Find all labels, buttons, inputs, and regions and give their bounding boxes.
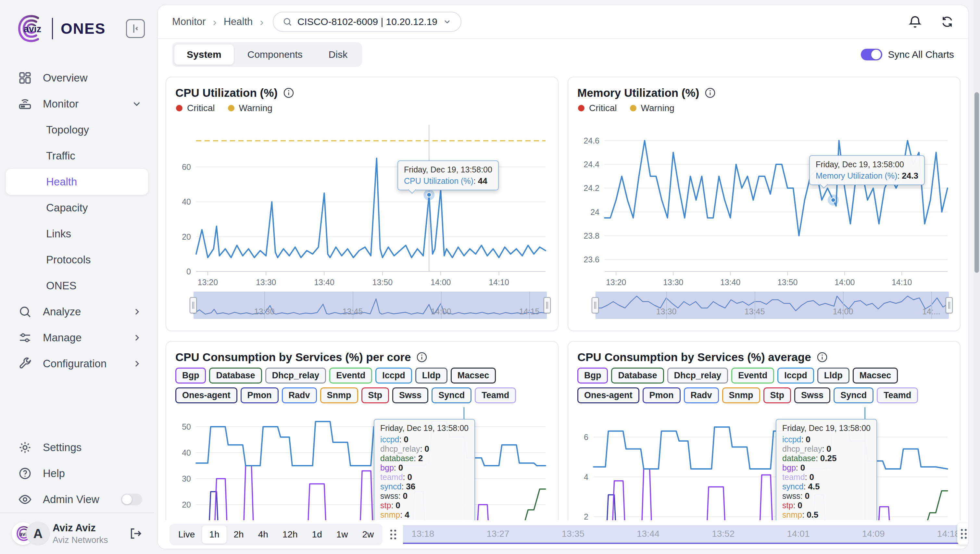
sidebar-item-analyze[interactable]: Analyze xyxy=(0,299,154,325)
range-button-group: Live1h2h4h12h1d1w2w xyxy=(170,524,382,545)
service-chip-radv[interactable]: Radv xyxy=(684,387,719,403)
service-chip-iccpd[interactable]: Iccpd xyxy=(777,368,814,384)
user-name: Aviz Aviz xyxy=(52,522,108,534)
timeline-drag-handle[interactable] xyxy=(390,530,396,540)
memory-utilization-chart[interactable]: 23.623.82424.224.424.613:2013:3013:4013:… xyxy=(578,117,951,286)
service-chip-radv[interactable]: Radv xyxy=(282,387,317,403)
avatar[interactable]: aviz A xyxy=(12,522,45,546)
range-button-1h[interactable]: 1h xyxy=(202,525,226,544)
info-icon[interactable] xyxy=(704,87,716,99)
sync-all-charts-toggle[interactable] xyxy=(861,49,882,60)
range-button-2h[interactable]: 2h xyxy=(227,525,251,544)
service-chip-pmon[interactable]: Pmon xyxy=(643,387,681,403)
page-header: Monitor › Health › CISCO-8102-6009 | 10.… xyxy=(158,5,968,39)
service-chip-swss[interactable]: Swss xyxy=(392,387,428,403)
range-button-2w[interactable]: 2w xyxy=(355,525,381,544)
service-chip-database[interactable]: Database xyxy=(209,368,262,384)
service-chip-teamd[interactable]: Teamd xyxy=(877,387,918,403)
range-button-1w[interactable]: 1w xyxy=(329,525,355,544)
main-panel: Monitor › Health › CISCO-8102-6009 | 10.… xyxy=(157,5,969,549)
sidebar-item-help[interactable]: Help xyxy=(0,460,154,486)
memory-chart-navigator[interactable]: 13:3013:4514:0014:... xyxy=(595,291,949,319)
refresh-icon[interactable] xyxy=(940,15,954,29)
device-selector[interactable]: CISCO-8102-6009 | 10.20.12.19 xyxy=(273,12,461,32)
service-chip-iccpd[interactable]: Iccpd xyxy=(375,368,412,384)
service-chip-snmp[interactable]: Snmp xyxy=(722,387,760,403)
service-chip-bgp[interactable]: Bgp xyxy=(175,368,206,384)
navigator-right-handle[interactable] xyxy=(544,297,551,314)
notifications-bell-icon[interactable] xyxy=(908,14,922,29)
service-chip-snmp[interactable]: Snmp xyxy=(320,387,358,403)
logo-row: aviz ONES xyxy=(0,0,154,54)
range-button-live[interactable]: Live xyxy=(171,525,202,544)
service-chip-ones-agent[interactable]: Ones-agent xyxy=(578,387,640,403)
legend-item-warning[interactable]: Warning xyxy=(630,103,675,113)
timeline-band[interactable]: 13:1813:2713:3513:4413:5214:0114:0914:18 xyxy=(403,525,968,544)
legend-dot-icon xyxy=(228,105,234,111)
info-icon[interactable] xyxy=(283,87,294,99)
sidebar-item-links[interactable]: Links xyxy=(0,221,154,247)
service-chip-teamd[interactable]: Teamd xyxy=(475,387,516,403)
page-scrollbar-thumb[interactable] xyxy=(974,92,979,273)
sync-all-charts: Sync All Charts xyxy=(861,49,954,60)
service-chip-syncd[interactable]: Syncd xyxy=(834,387,873,403)
admin-view-toggle[interactable] xyxy=(121,494,142,505)
legend-item-critical[interactable]: Critical xyxy=(578,103,617,113)
sidebar-collapse-button[interactable] xyxy=(126,19,145,38)
sidebar-item-configuration[interactable]: Configuration xyxy=(0,351,154,377)
page-scrollbar[interactable] xyxy=(974,0,980,554)
range-button-1d[interactable]: 1d xyxy=(305,525,329,544)
service-chip-macsec[interactable]: Macsec xyxy=(451,368,496,384)
breadcrumb-health[interactable]: Health xyxy=(224,16,253,28)
sidebar-item-health[interactable]: Health xyxy=(6,169,148,195)
service-chip-eventd[interactable]: Eventd xyxy=(329,368,372,384)
sidebar-item-traffic[interactable]: Traffic xyxy=(0,143,154,169)
sidebar-item-label: Manage xyxy=(43,331,81,344)
service-chip-syncd[interactable]: Syncd xyxy=(431,387,471,403)
info-icon[interactable] xyxy=(816,351,828,363)
tab-system[interactable]: System xyxy=(174,45,234,65)
sidebar-item-protocols[interactable]: Protocols xyxy=(0,247,154,273)
service-chip-eventd[interactable]: Eventd xyxy=(731,368,774,384)
sidebar-item-capacity[interactable]: Capacity xyxy=(0,195,154,221)
service-chip-stp[interactable]: Stp xyxy=(361,387,389,403)
navigator-right-handle[interactable] xyxy=(946,297,953,314)
sidebar-item-monitor[interactable]: Monitor xyxy=(0,91,154,117)
legend-item-critical[interactable]: Critical xyxy=(176,103,215,113)
service-chip-lldp[interactable]: Lldp xyxy=(415,368,447,384)
range-button-4h[interactable]: 4h xyxy=(251,525,275,544)
service-chip-dhcp_relay[interactable]: Dhcp_relay xyxy=(265,368,326,384)
sidebar-item-ones[interactable]: ONES xyxy=(0,273,154,299)
service-chip-dhcp_relay[interactable]: Dhcp_relay xyxy=(667,368,729,384)
service-chip-swss[interactable]: Swss xyxy=(794,387,830,403)
tab-disk[interactable]: Disk xyxy=(316,45,360,65)
sidebar-item-overview[interactable]: Overview xyxy=(0,65,154,91)
service-chip-macsec[interactable]: Macsec xyxy=(853,368,898,384)
logout-icon[interactable] xyxy=(129,527,142,540)
service-chip-stp[interactable]: Stp xyxy=(764,387,791,403)
timeline-right-handle[interactable] xyxy=(957,523,969,544)
service-chip-database[interactable]: Database xyxy=(611,368,664,384)
service-chip-bgp[interactable]: Bgp xyxy=(578,368,608,384)
info-icon[interactable] xyxy=(416,351,428,363)
legend-item-warning[interactable]: Warning xyxy=(228,103,272,113)
sidebar-item-manage[interactable]: Manage xyxy=(0,325,154,351)
timeline-tick-label: 13:35 xyxy=(562,529,584,539)
svg-text:23.6: 23.6 xyxy=(584,255,600,264)
tab-components[interactable]: Components xyxy=(235,45,315,65)
cpu-chart-navigator[interactable]: 13:3013:4514:0014:15 xyxy=(194,291,547,319)
breadcrumb-monitor[interactable]: Monitor xyxy=(172,16,205,28)
navigator-left-handle[interactable] xyxy=(189,297,197,314)
service-chip-lldp[interactable]: Lldp xyxy=(817,368,850,384)
range-button-12h[interactable]: 12h xyxy=(275,525,305,544)
sidebar-item-settings[interactable]: Settings xyxy=(0,435,154,460)
navigator-left-handle[interactable] xyxy=(592,297,599,314)
tooltip-row: swss: 0 xyxy=(380,491,469,501)
service-chip-pmon[interactable]: Pmon xyxy=(240,387,278,403)
sidebar-item-topology[interactable]: Topology xyxy=(0,117,154,143)
user-info: Aviz Aviz Aviz Networks xyxy=(52,522,108,545)
service-chip-ones-agent[interactable]: Ones-agent xyxy=(175,387,237,403)
cpu-utilization-chart[interactable]: 020406013:2013:3013:4013:5014:0014:10 xyxy=(175,117,549,286)
timeline-tick-label: 14:01 xyxy=(787,529,810,539)
eye-icon xyxy=(18,493,32,506)
